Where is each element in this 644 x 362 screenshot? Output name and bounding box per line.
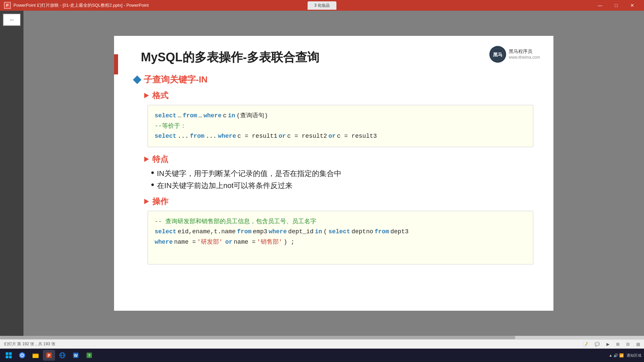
op-table1: emp3 [253, 227, 267, 237]
kw-from-2: from [190, 131, 204, 141]
folder-icon [32, 352, 39, 359]
svg-rect-11 [33, 354, 35, 355]
bullet-text-2: 在IN关键字前边加上not可以将条件反过来 [157, 181, 293, 191]
kw-select-2: select [155, 131, 176, 141]
logo-text: 黑马程序员 www.itheima.com [509, 48, 540, 60]
code-box-format: select … from … where c in (查询语句) --等价于：… [148, 105, 533, 147]
notes-icon[interactable]: 📝 [583, 342, 588, 347]
logo-area: 黑马 黑马程序员 www.itheima.com [489, 46, 540, 63]
slide-sorter-icon[interactable]: ⊟ [626, 342, 630, 347]
windows-taskbar: P W ? [0, 349, 644, 362]
word-button[interactable]: W [70, 350, 82, 361]
code-ellipsis-1: … [178, 111, 181, 121]
ppt-app-icon: P [4, 2, 11, 9]
code-query-1: (查询语句) [236, 111, 268, 121]
op-code-line-2: select eid,ename,t.name from emp3 where … [155, 227, 526, 237]
windows-icon [5, 352, 12, 359]
code-dots-1: ... [178, 131, 189, 141]
op-string-1: '研发部' [197, 237, 223, 247]
op-comment-1: -- 查询研发部和销售部的员工信息，包含员工号、员工名字 [155, 217, 316, 227]
op-string-2: '销售部' [257, 237, 282, 247]
svg-text:?: ? [88, 354, 91, 358]
op-code-line-1: -- 查询研发部和销售部的员工信息，包含员工号、员工名字 [155, 217, 526, 227]
tab-item[interactable]: 3 化妆品 [308, 1, 336, 10]
chrome-app-button[interactable] [16, 350, 28, 361]
kw-from-1: from [183, 111, 197, 121]
arrow-right-icon [144, 93, 149, 98]
app-window: P PowerPoint 幻灯片放映 - [01-史上最全的SQL教程2.ppt… [0, 0, 644, 362]
code-ellipsis-2: … [199, 111, 202, 121]
op-kw-where: where [269, 227, 287, 237]
other-app-button[interactable]: ? [83, 350, 95, 361]
bullet-text-1: IN关键字，用于判断某个记录的值，是否在指定的集合中 [157, 169, 341, 179]
close-button[interactable]: ✕ [625, 0, 640, 11]
slide-thumbnail-panel: 192 [0, 11, 23, 336]
op-name-eq: name = [174, 237, 196, 247]
code-line-3: select ... from ... where c = result1 or… [155, 131, 526, 141]
maximize-button[interactable]: □ [608, 0, 624, 11]
code-line-1: select … from … where c in (查询语句) [155, 111, 526, 121]
normal-view-icon[interactable]: ⊞ [616, 342, 620, 347]
arrow-right-icon-2 [144, 157, 149, 162]
kw-where-1: where [204, 111, 222, 121]
slideshow-icon[interactable]: ▤ [636, 342, 640, 347]
svg-rect-2 [6, 352, 8, 355]
svg-text:P: P [48, 353, 50, 358]
powerpoint-app-button[interactable]: P [43, 350, 55, 361]
kw-in-1: in [228, 111, 235, 121]
section-title-1: 子查询关键字-IN [144, 74, 208, 85]
svg-rect-4 [6, 356, 8, 358]
tab-area: 3 化妆品 [308, 0, 336, 11]
comments-icon[interactable]: 💬 [595, 342, 600, 347]
op-paren-open: ( [323, 227, 327, 237]
sub-title-operation: 操作 [152, 196, 168, 207]
sub-title-format: 格式 [152, 90, 168, 101]
arrow-right-icon-3 [144, 199, 149, 204]
notification-area: ▲ 🔊 📶 [609, 353, 624, 358]
comment-1: --等价于： [155, 121, 186, 131]
taskbar-right: ▲ 🔊 📶 通知区域 [609, 353, 641, 358]
op-fields: eid,ename,t.name [178, 227, 236, 237]
code-result3: c = result3 [337, 131, 377, 141]
scrollbar-thumb[interactable] [0, 336, 515, 339]
status-bar: 幻灯片 第 192 张，共 193 张 📝 💬 ▶ ⊞ ⊟ ▤ [0, 339, 644, 349]
slide-thumbnail[interactable]: 192 [3, 13, 21, 26]
kw-where-2: where [218, 131, 236, 141]
op-table2: dept3 [390, 227, 409, 237]
sub-title-features: 特点 [152, 154, 168, 165]
svg-point-8 [21, 354, 23, 356]
window-controls: — □ ✕ [592, 0, 640, 11]
other-icon: ? [86, 352, 93, 359]
window-titlebar: P PowerPoint 幻灯片放映 - [01-史上最全的SQL教程2.ppt… [0, 0, 644, 11]
windows-start-button[interactable] [3, 350, 15, 361]
play-icon[interactable]: ▶ [606, 342, 609, 347]
code-result2: c = result2 [287, 131, 327, 141]
op-kw-select: select [155, 227, 176, 237]
op-kw-or: or [225, 237, 232, 247]
op-col2: deptno [352, 227, 373, 237]
horizontal-scrollbar[interactable] [0, 336, 644, 339]
op-paren-close: ) ; [283, 237, 294, 247]
op-kw-select2: select [328, 227, 350, 237]
slide: MySQL的多表操作-多表联合查询 黑马 黑马程序员 www.itheima.c… [114, 36, 553, 311]
slide-info: 幻灯片 第 192 张，共 193 张 [4, 341, 55, 347]
sub-heading-features: 特点 [144, 154, 533, 165]
svg-text:W: W [74, 353, 78, 358]
minimize-button[interactable]: — [592, 0, 608, 11]
slide-canvas: MySQL的多表操作-多表联合查询 黑马 黑马程序员 www.itheima.c… [23, 11, 644, 336]
file-explorer-button[interactable] [30, 350, 42, 361]
sub-heading-format: 格式 [144, 90, 533, 101]
ie-button[interactable] [56, 350, 68, 361]
ie-icon [59, 352, 66, 359]
code-dots-2: ... [206, 131, 216, 141]
code-line-2: --等价于： [155, 121, 526, 131]
svg-rect-10 [33, 355, 39, 358]
op-kw-in: in [315, 227, 322, 237]
op-code-line-3: where name = '研发部' or name = '销售部' ) ; [155, 237, 526, 247]
section-heading-1: 子查询关键字-IN [134, 74, 533, 85]
powerpoint-icon: P [46, 352, 52, 359]
window-title: PowerPoint 幻灯片放映 - [01-史上最全的SQL教程2.pptx]… [13, 2, 149, 8]
svg-rect-5 [9, 356, 12, 358]
kw-or-1: or [279, 131, 286, 141]
accent-bar [114, 54, 118, 74]
